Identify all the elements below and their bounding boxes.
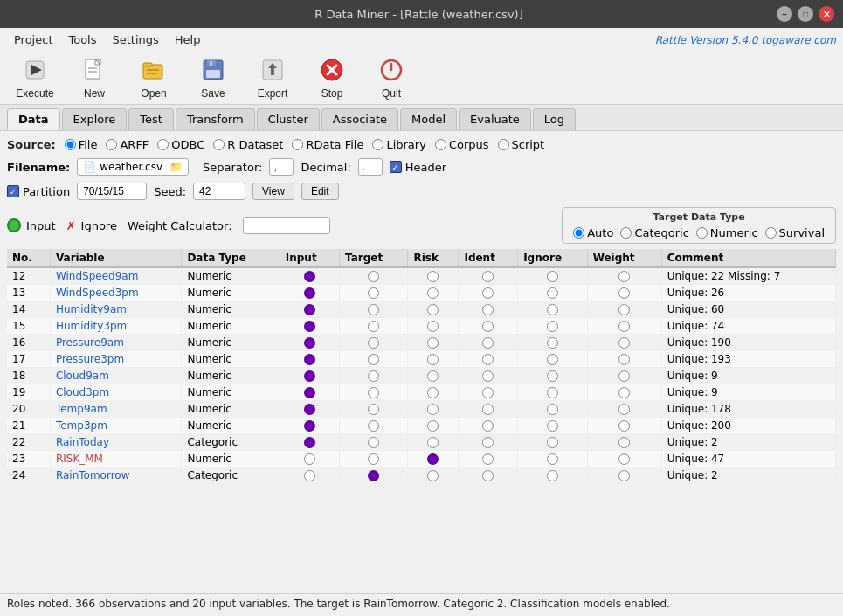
cell-target[interactable]: [340, 267, 408, 285]
input-radio[interactable]: [304, 453, 315, 465]
cell-target[interactable]: [340, 401, 408, 418]
ignore-radio[interactable]: [547, 304, 558, 315]
target-radio[interactable]: [368, 304, 379, 315]
risk-radio[interactable]: [427, 321, 439, 332]
cell-input[interactable]: [280, 318, 339, 335]
source-rdataset-radio[interactable]: [213, 139, 225, 150]
cell-weight[interactable]: [587, 368, 661, 384]
target-radio[interactable]: [368, 404, 379, 415]
save-button[interactable]: Save: [185, 56, 241, 101]
risk-radio[interactable]: [427, 470, 439, 481]
ignore-radio[interactable]: [547, 453, 558, 465]
ident-radio[interactable]: [482, 354, 494, 365]
cell-risk[interactable]: [408, 418, 459, 434]
risk-radio[interactable]: [427, 404, 439, 415]
export-button[interactable]: Export: [245, 56, 301, 101]
ignore-radio[interactable]: [547, 470, 558, 481]
cell-weight[interactable]: [587, 434, 661, 451]
source-rdatafile-radio[interactable]: [292, 139, 303, 150]
target-survival[interactable]: Survival: [765, 226, 825, 239]
ignore-radio[interactable]: [547, 321, 558, 332]
input-radio[interactable]: [304, 287, 315, 299]
cell-risk[interactable]: [408, 285, 459, 301]
header-checkbox-label[interactable]: ✓ Header: [390, 161, 446, 174]
separator-input[interactable]: [269, 158, 294, 176]
cell-risk[interactable]: [408, 384, 459, 401]
seed-input[interactable]: [193, 183, 245, 200]
cell-ident[interactable]: [459, 285, 518, 301]
target-auto[interactable]: Auto: [573, 226, 613, 239]
cell-input[interactable]: [280, 301, 339, 318]
tab-test[interactable]: Test: [128, 108, 174, 130]
input-radio[interactable]: [304, 420, 315, 432]
weight-radio[interactable]: [618, 370, 630, 382]
cell-risk[interactable]: [408, 368, 459, 384]
cell-weight[interactable]: [587, 301, 661, 318]
cell-weight[interactable]: [587, 451, 661, 467]
source-rdatafile[interactable]: RData File: [292, 138, 363, 151]
weight-radio[interactable]: [618, 470, 630, 481]
cell-ignore[interactable]: [518, 318, 588, 335]
target-radio[interactable]: [368, 453, 379, 465]
weight-radio[interactable]: [618, 271, 630, 282]
cell-ignore[interactable]: [518, 335, 588, 351]
cell-weight[interactable]: [587, 401, 661, 418]
stop-button[interactable]: Stop: [304, 56, 360, 101]
risk-radio[interactable]: [427, 337, 439, 349]
target-auto-radio[interactable]: [573, 227, 584, 239]
partition-checkbox-label[interactable]: ✓ Partition: [7, 185, 70, 198]
cell-ident[interactable]: [459, 467, 518, 484]
tab-model[interactable]: Model: [400, 108, 457, 130]
target-radio[interactable]: [368, 354, 379, 365]
cell-target[interactable]: [340, 318, 408, 335]
input-radio[interactable]: [304, 437, 315, 448]
cell-input[interactable]: [280, 467, 339, 484]
input-radio[interactable]: [304, 304, 315, 315]
cell-ident[interactable]: [459, 384, 518, 401]
target-radio[interactable]: [368, 387, 379, 398]
ignore-radio-label[interactable]: ✗ Ignore: [66, 219, 117, 232]
source-arff-radio[interactable]: [106, 139, 117, 150]
ident-radio[interactable]: [482, 370, 494, 382]
cell-ident[interactable]: [459, 368, 518, 384]
cell-ident[interactable]: [459, 401, 518, 418]
ignore-radio[interactable]: [547, 354, 558, 365]
tab-transform[interactable]: Transform: [176, 108, 255, 130]
cell-ident[interactable]: [459, 301, 518, 318]
ignore-radio[interactable]: [547, 387, 558, 398]
cell-weight[interactable]: [587, 467, 661, 484]
partition-checkbox[interactable]: ✓: [7, 185, 19, 197]
cell-input[interactable]: [280, 335, 339, 351]
cell-ignore[interactable]: [518, 301, 588, 318]
input-radio[interactable]: [304, 337, 315, 349]
weight-radio[interactable]: [618, 453, 630, 465]
ident-radio[interactable]: [482, 321, 494, 332]
ident-radio[interactable]: [482, 387, 494, 398]
target-radio[interactable]: [368, 370, 379, 382]
open-button[interactable]: Open: [126, 56, 182, 101]
source-corpus-radio[interactable]: [435, 139, 446, 150]
cell-target[interactable]: [340, 451, 408, 467]
target-numeric[interactable]: Numeric: [696, 226, 758, 239]
input-radio[interactable]: [304, 321, 315, 332]
risk-radio[interactable]: [427, 437, 439, 448]
cell-target[interactable]: [340, 368, 408, 384]
cell-target[interactable]: [340, 467, 408, 484]
ident-radio[interactable]: [482, 453, 494, 465]
input-radio[interactable]: [304, 470, 315, 481]
cell-ignore[interactable]: [518, 418, 588, 434]
new-button[interactable]: New: [66, 56, 122, 101]
maximize-button[interactable]: □: [798, 6, 813, 22]
source-corpus[interactable]: Corpus: [435, 138, 489, 151]
source-rdataset[interactable]: R Dataset: [213, 138, 283, 151]
close-button[interactable]: ✕: [819, 6, 834, 22]
cell-risk[interactable]: [408, 267, 459, 285]
cell-target[interactable]: [340, 285, 408, 301]
target-radio[interactable]: [368, 321, 379, 332]
ident-radio[interactable]: [482, 437, 494, 448]
weight-calc-input[interactable]: [243, 217, 330, 234]
weight-radio[interactable]: [618, 304, 630, 315]
ignore-radio[interactable]: [547, 287, 558, 299]
cell-input[interactable]: [280, 451, 339, 467]
ident-radio[interactable]: [482, 420, 494, 432]
